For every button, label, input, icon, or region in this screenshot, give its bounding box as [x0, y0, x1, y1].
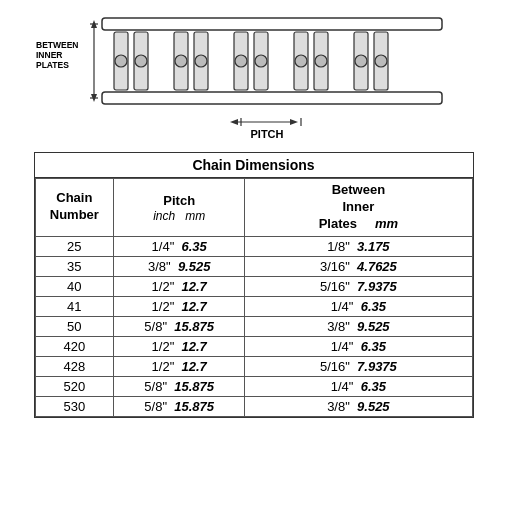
pitch-subheader: inch mm	[118, 209, 240, 225]
cell-pitch: 1/2" 12.7	[114, 336, 245, 356]
cell-between: 1/4" 6.35	[245, 376, 472, 396]
table-title: Chain Dimensions	[35, 153, 473, 178]
cell-between: 5/16" 7.9375	[245, 356, 472, 376]
chain-diagram: BETWEEN INNER PLATES	[34, 10, 474, 140]
cell-chain-number: 530	[35, 396, 114, 416]
table-row: 4201/2" 12.71/4" 6.35	[35, 336, 472, 356]
svg-point-28	[355, 55, 367, 67]
svg-point-24	[235, 55, 247, 67]
header-chain-number: ChainNumber	[35, 179, 114, 237]
cell-chain-number: 50	[35, 316, 114, 336]
cell-pitch: 5/8" 15.875	[114, 396, 245, 416]
svg-point-27	[315, 55, 327, 67]
cell-chain-number: 520	[35, 376, 114, 396]
table-row: 401/2" 12.75/16" 7.9375	[35, 276, 472, 296]
cell-pitch: 5/8" 15.875	[114, 316, 245, 336]
svg-point-29	[375, 55, 387, 67]
svg-point-21	[135, 55, 147, 67]
cell-chain-number: 40	[35, 276, 114, 296]
diagram-container: BETWEEN INNER PLATES	[20, 10, 487, 140]
svg-text:INNER: INNER	[36, 50, 62, 60]
cell-pitch: 5/8" 15.875	[114, 376, 245, 396]
cell-chain-number: 428	[35, 356, 114, 376]
cell-between: 1/4" 6.35	[245, 296, 472, 316]
svg-point-23	[195, 55, 207, 67]
svg-rect-8	[102, 18, 442, 30]
table-row: 411/2" 12.71/4" 6.35	[35, 296, 472, 316]
cell-chain-number: 41	[35, 296, 114, 316]
cell-chain-number: 35	[35, 256, 114, 276]
cell-pitch: 1/4" 6.35	[114, 236, 245, 256]
svg-text:PLATES: PLATES	[36, 60, 69, 70]
cell-between: 3/8" 9.525	[245, 316, 472, 336]
svg-marker-32	[290, 119, 298, 125]
cell-pitch: 1/2" 12.7	[114, 276, 245, 296]
cell-chain-number: 420	[35, 336, 114, 356]
table-row: 505/8" 15.8753/8" 9.525	[35, 316, 472, 336]
cell-pitch: 1/2" 12.7	[114, 296, 245, 316]
table-row: 4281/2" 12.75/16" 7.9375	[35, 356, 472, 376]
table-wrapper: Chain Dimensions ChainNumber Pitchinch m…	[34, 152, 474, 418]
cell-pitch: 1/2" 12.7	[114, 356, 245, 376]
table-row: 5305/8" 15.8753/8" 9.525	[35, 396, 472, 416]
svg-point-20	[115, 55, 127, 67]
table-row: 5205/8" 15.8751/4" 6.35	[35, 376, 472, 396]
page-container: BETWEEN INNER PLATES	[0, 0, 507, 532]
table-row: 251/4" 6.351/8" 3.175	[35, 236, 472, 256]
cell-between: 3/16" 4.7625	[245, 256, 472, 276]
cell-chain-number: 25	[35, 236, 114, 256]
header-pitch: Pitchinch mm	[114, 179, 245, 237]
cell-between: 3/8" 9.525	[245, 396, 472, 416]
svg-rect-9	[102, 92, 442, 104]
svg-text:BETWEEN: BETWEEN	[36, 40, 79, 50]
chain-dimensions-table: ChainNumber Pitchinch mm BetweenInnerPla…	[35, 178, 473, 417]
cell-pitch: 3/8" 9.525	[114, 256, 245, 276]
svg-marker-31	[230, 119, 238, 125]
header-between-inner: BetweenInnerPlates mm	[245, 179, 472, 237]
svg-text:PITCH: PITCH	[250, 128, 283, 140]
cell-between: 1/8" 3.175	[245, 236, 472, 256]
svg-point-25	[255, 55, 267, 67]
svg-point-26	[295, 55, 307, 67]
svg-point-22	[175, 55, 187, 67]
table-row: 353/8" 9.5253/16" 4.7625	[35, 256, 472, 276]
cell-between: 5/16" 7.9375	[245, 276, 472, 296]
cell-between: 1/4" 6.35	[245, 336, 472, 356]
